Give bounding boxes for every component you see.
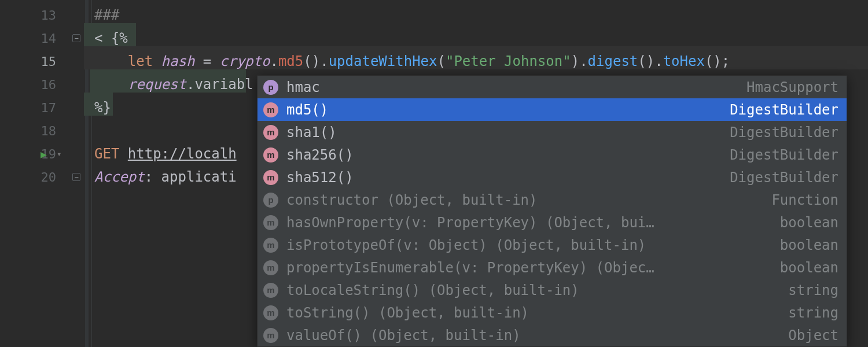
autocomplete-item-name: toString() (Object, built-in) [286,305,780,321]
autocomplete-item[interactable]: pconstructor (Object, built-in)Function [258,189,847,211]
method-icon: m [263,283,278,298]
autocomplete-item-name: sha256() [286,147,722,163]
method-icon: m [263,125,278,140]
method-icon: m [263,102,278,117]
line-number: 17 [41,101,57,115]
method-icon: m [263,260,278,275]
method-icon: m [263,170,278,185]
autocomplete-item-name: toLocaleString() (Object, built-in) [286,282,780,298]
autocomplete-item[interactable]: mhasOwnProperty(v: PropertyKey) (Object,… [258,211,847,234]
autocomplete-item-type: DigestBuilder [730,169,838,186]
autocomplete-item-type: boolean [780,260,838,276]
line-number: 15 [41,54,57,69]
code-line[interactable]: ### [94,3,868,27]
method-icon: m [263,147,278,163]
autocomplete-item-name: propertyIsEnumerable(v: PropertyKey) (Ob… [286,260,772,276]
gutter: 13 14 − 15 16 17 18 ▶ ▾ 19 20 − [0,0,84,347]
autocomplete-item-type: boolean [780,237,838,253]
autocomplete-item-type: string [788,282,838,298]
run-gutter-icon[interactable]: ▶ [41,148,47,160]
autocomplete-item-type: DigestBuilder [730,147,838,163]
autocomplete-item[interactable]: msha256()DigestBuilder [258,143,847,166]
autocomplete-item-type: HmacSupport [746,79,838,95]
autocomplete-item[interactable]: mmd5()DigestBuilder [258,98,847,121]
line-number: 18 [41,124,57,138]
autocomplete-item[interactable]: mtoString() (Object, built-in)string [258,301,847,324]
autocomplete-item[interactable]: phmacHmacSupport [258,76,847,98]
property-icon: p [263,193,278,208]
autocomplete-item[interactable]: mvalueOf() (Object, built-in)Object [258,324,847,346]
autocomplete-item-type: DigestBuilder [730,124,838,141]
run-menu-caret-icon[interactable]: ▾ [57,149,61,158]
fold-icon[interactable]: − [72,34,80,42]
line-number: 16 [41,77,57,92]
autocomplete-item-type: boolean [780,215,838,231]
autocomplete-item-name: sha1() [286,124,722,141]
autocomplete-item[interactable]: mtoLocaleString() (Object, built-in)stri… [258,279,847,301]
autocomplete-item-type: Function [771,192,838,208]
autocomplete-popup[interactable]: phmacHmacSupportmmd5()DigestBuildermsha1… [257,75,847,347]
line-number: 13 [41,8,57,23]
method-icon: m [263,238,278,253]
autocomplete-item[interactable]: msha1()DigestBuilder [258,121,847,143]
autocomplete-item[interactable]: misPrototypeOf(v: Object) (Object, built… [258,234,847,256]
autocomplete-item[interactable]: mpropertyIsEnumerable(v: PropertyKey) (O… [258,256,847,279]
autocomplete-item-name: hasOwnProperty(v: PropertyKey) (Object, … [286,215,772,231]
autocomplete-item-name: isPrototypeOf(v: Object) (Object, built-… [286,237,772,253]
autocomplete-item-name: md5() [286,102,722,118]
autocomplete-item[interactable]: msha512()DigestBuilder [258,166,847,189]
line-number: 14 [41,31,57,46]
fold-icon[interactable]: − [72,173,80,181]
autocomplete-item-name: sha512() [286,169,722,186]
line-number: 20 [41,170,57,184]
autocomplete-item-name: constructor (Object, built-in) [286,192,763,208]
autocomplete-item-type: DigestBuilder [730,102,838,118]
autocomplete-item-type: string [788,305,838,321]
property-icon: p [263,80,278,95]
method-icon: m [263,215,278,230]
autocomplete-item-type: Object [788,327,838,344]
method-icon: m [263,305,278,320]
method-icon: m [263,328,278,343]
autocomplete-item-name: hmac [286,79,738,95]
autocomplete-item-name: valueOf() (Object, built-in) [286,327,780,344]
